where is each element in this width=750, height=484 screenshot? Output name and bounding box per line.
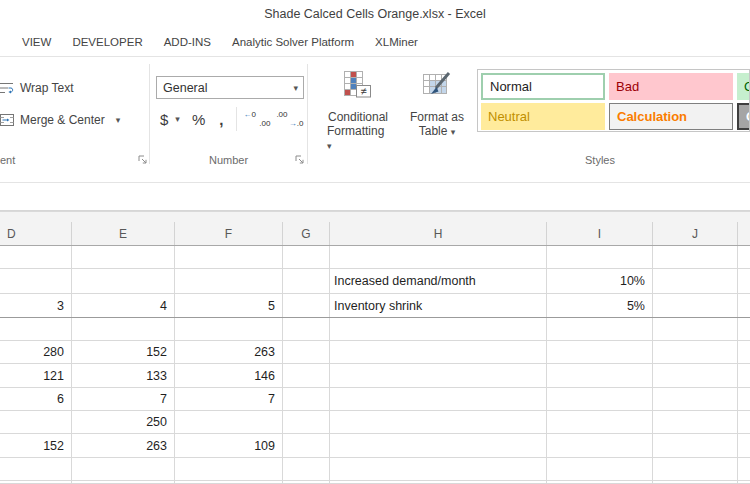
cell[interactable] (653, 481, 738, 483)
cell[interactable]: 263 (72, 434, 175, 457)
cell[interactable] (738, 364, 750, 387)
cell[interactable] (653, 318, 738, 340)
column-header-I[interactable]: I (547, 222, 653, 245)
tab-view[interactable]: VIEW (22, 36, 51, 48)
cell[interactable] (547, 364, 653, 387)
cell[interactable] (738, 269, 750, 293)
wrap-text-button[interactable]: Wrap Text (0, 80, 74, 96)
accounting-format-button[interactable]: $ (160, 111, 168, 128)
cell[interactable]: 10% (547, 269, 653, 293)
cell[interactable] (330, 364, 547, 387)
cell[interactable] (330, 341, 547, 363)
cell[interactable] (653, 294, 738, 317)
cell[interactable] (330, 434, 547, 457)
cell[interactable]: 263 (175, 341, 283, 363)
cell[interactable] (547, 388, 653, 410)
format-as-table-button[interactable]: Format as Table ▾ (399, 58, 475, 162)
cell[interactable] (175, 481, 283, 483)
cell[interactable] (653, 246, 738, 268)
cell[interactable]: 6 (0, 388, 72, 410)
column-header-E[interactable]: E (72, 222, 175, 245)
cell[interactable] (738, 434, 750, 457)
cell[interactable] (738, 294, 750, 317)
cell[interactable]: 109 (175, 434, 283, 457)
cell[interactable] (738, 481, 750, 483)
tab-xlminer[interactable]: XLMiner (375, 36, 418, 48)
tab-add-ins[interactable]: ADD-INS (164, 36, 211, 48)
cell[interactable] (175, 411, 283, 433)
cell[interactable] (738, 246, 750, 268)
style-good-cut[interactable]: G (737, 73, 750, 100)
cell[interactable] (738, 341, 750, 363)
cell[interactable] (738, 411, 750, 433)
cell[interactable]: 5% (547, 294, 653, 317)
cell[interactable] (72, 458, 175, 480)
chevron-down-icon[interactable]: ▾ (293, 83, 298, 93)
cell[interactable] (283, 434, 330, 457)
cell[interactable]: 250 (72, 411, 175, 433)
cell[interactable]: 133 (72, 364, 175, 387)
chevron-down-icon[interactable]: ▾ (116, 115, 121, 125)
column-header-partial[interactable] (738, 222, 750, 245)
number-dialog-launcher[interactable] (295, 155, 305, 165)
cell[interactable] (547, 458, 653, 480)
column-header-D[interactable]: D (0, 222, 72, 245)
merge-center-button[interactable]: Merge & Center ▾ (0, 112, 120, 128)
column-header-F[interactable]: F (175, 222, 283, 245)
cell[interactable]: Increased demand/month (330, 269, 547, 293)
percent-style-button[interactable]: % (192, 111, 205, 128)
style-check-cell-cut[interactable]: C (737, 103, 750, 130)
cell[interactable]: 7 (175, 388, 283, 410)
cell[interactable] (72, 246, 175, 268)
cell[interactable] (330, 411, 547, 433)
cell[interactable] (330, 246, 547, 268)
cell[interactable] (653, 341, 738, 363)
cell[interactable] (283, 294, 330, 317)
tab-developer[interactable]: DEVELOPER (72, 36, 142, 48)
cell[interactable] (653, 364, 738, 387)
conditional-formatting-button[interactable]: ≠ Conditional Formatting ▾ (327, 58, 389, 162)
cell[interactable] (0, 481, 72, 483)
decrease-decimal-button[interactable]: .00 →.0 (276, 110, 303, 128)
cell[interactable] (0, 411, 72, 433)
cell[interactable] (653, 269, 738, 293)
cell[interactable] (72, 269, 175, 293)
style-normal[interactable]: Normal (481, 73, 605, 100)
style-bad[interactable]: Bad (609, 73, 733, 100)
cell[interactable] (653, 434, 738, 457)
style-calculation[interactable]: Calculation (609, 103, 733, 130)
cell[interactable] (283, 481, 330, 483)
cell[interactable] (330, 318, 547, 340)
cell[interactable] (175, 458, 283, 480)
cell[interactable] (283, 269, 330, 293)
cell[interactable]: 4 (72, 294, 175, 317)
increase-decimal-button[interactable]: ←0 .00 (243, 110, 270, 128)
column-header-J[interactable]: J (653, 222, 738, 245)
cell[interactable] (330, 388, 547, 410)
cell[interactable]: Inventory shrink (330, 294, 547, 317)
cell[interactable] (175, 318, 283, 340)
cell[interactable]: 121 (0, 364, 72, 387)
cell[interactable] (738, 458, 750, 480)
cell[interactable] (653, 388, 738, 410)
cell[interactable] (547, 434, 653, 457)
cell[interactable]: 3 (0, 294, 72, 317)
cell[interactable] (738, 318, 750, 340)
column-header-H[interactable]: H (330, 222, 547, 245)
cell[interactable] (283, 364, 330, 387)
number-format-combobox[interactable]: General ▾ (156, 76, 304, 99)
cell[interactable] (330, 481, 547, 483)
cell[interactable] (547, 341, 653, 363)
cell[interactable]: 146 (175, 364, 283, 387)
comma-style-button[interactable]: , (219, 111, 223, 128)
cell[interactable] (72, 318, 175, 340)
cell[interactable] (0, 269, 72, 293)
cell[interactable] (547, 481, 653, 483)
cell[interactable] (283, 246, 330, 268)
cell[interactable] (547, 246, 653, 268)
cell[interactable] (738, 388, 750, 410)
cell[interactable] (283, 318, 330, 340)
cell[interactable] (283, 411, 330, 433)
cell[interactable] (547, 411, 653, 433)
style-neutral[interactable]: Neutral (481, 103, 605, 130)
